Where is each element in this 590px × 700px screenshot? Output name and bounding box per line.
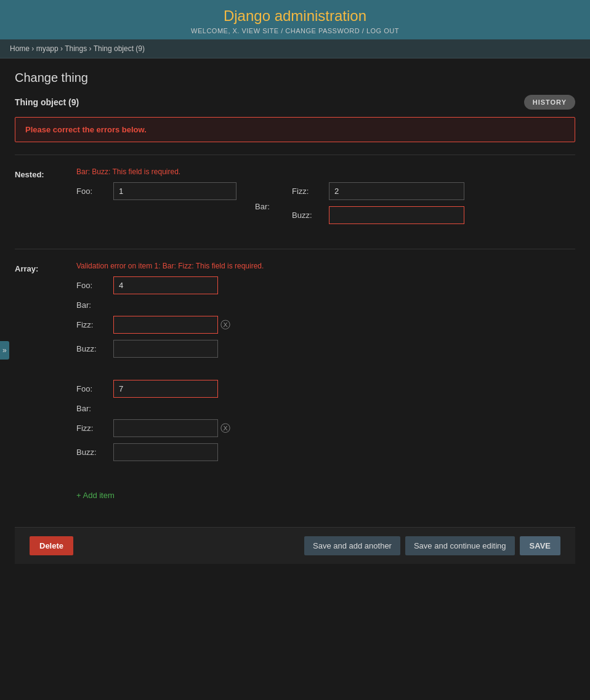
nested-foo-field: Foo: (76, 182, 236, 206)
object-title: Thing object (9) (15, 97, 79, 107)
delete-button[interactable]: Delete (30, 536, 73, 555)
breadcrumb: Home › myapp › Things › Thing object (9) (0, 39, 590, 58)
sidebar-toggle[interactable]: » (0, 341, 9, 360)
array-section-row: Array: Validation error on item 1: Bar: … (15, 262, 575, 502)
footer: Delete Save and add another Save and con… (15, 527, 575, 564)
array-item-1-foo-row: Foo: (76, 380, 575, 398)
header: Django administration WELCOME, X. VIEW S… (0, 0, 590, 39)
save-button[interactable]: SAVE (520, 536, 560, 555)
breadcrumb-model[interactable]: Things (65, 44, 87, 53)
nested-section-row: Nested: Bar: Buzz: This field is require… (15, 167, 575, 236)
page-title: Change thing (15, 71, 575, 85)
array-content: Validation error on item 1: Bar: Fizz: T… (76, 262, 575, 502)
array-item-0-fizz-label: Fizz: (76, 320, 113, 329)
save-add-another-button[interactable]: Save and add another (304, 536, 400, 555)
nested-fizz-input[interactable] (329, 182, 464, 200)
array-item-0-buzz-input[interactable] (113, 340, 218, 358)
array-item-0-buzz-label: Buzz: (76, 344, 113, 353)
array-label: Array: (15, 262, 76, 273)
save-buttons: Save and add another Save and continue e… (304, 536, 560, 555)
logout-link[interactable]: LOG OUT (366, 27, 399, 34)
nested-foo-label: Foo: (76, 187, 113, 196)
array-item-1-buzz-input[interactable] (113, 443, 218, 461)
array-item-1-bar-label: Bar: (76, 404, 113, 413)
array-item-0-foo-row: Foo: (76, 276, 575, 294)
breadcrumb-home[interactable]: Home (10, 44, 30, 53)
view-site-link[interactable]: VIEW SITE (241, 27, 278, 34)
array-item-1-fizz-input[interactable] (113, 419, 218, 437)
array-item-1: Foo: Bar: Fizz: ⓧ Buzz: (76, 380, 575, 473)
site-title: Django administration (0, 7, 590, 25)
array-item-0-foo-label: Foo: (76, 281, 113, 290)
nested-content: Bar: Buzz: This field is required. Foo: … (76, 167, 575, 236)
array-item-1-foo-input[interactable] (113, 380, 218, 398)
array-item-0-bar-row: Bar: (76, 300, 575, 310)
array-item-1-buzz-row: Buzz: (76, 443, 575, 461)
error-box: Please correct the errors below. (15, 117, 575, 142)
array-item-0: Foo: Bar: Fizz: ⓧ Buzz: (76, 276, 575, 370)
array-item-1-fizz-label: Fizz: (76, 424, 113, 433)
array-item-0-bar-label: Bar: (76, 300, 113, 310)
nested-label: Nested: (15, 167, 76, 179)
nested-foo-row: Foo: (76, 182, 236, 200)
change-password-link[interactable]: CHANGE PASSWORD (285, 27, 360, 34)
array-item-0-fizz-input[interactable] (113, 316, 218, 334)
nested-fizz-row: Fizz: (292, 182, 464, 200)
nested-fizz-label: Fizz: (292, 187, 329, 196)
nested-bar-subfields: Fizz: Buzz: (292, 182, 464, 230)
nested-section: Nested: Bar: Buzz: This field is require… (15, 155, 575, 249)
nested-buzz-input[interactable] (329, 206, 464, 224)
nested-buzz-row: Buzz: (292, 206, 464, 224)
nested-bar-section: Bar: Fizz: Buzz: (255, 182, 464, 236)
array-item-0-buzz-row: Buzz: (76, 340, 575, 358)
main-content: Change thing Thing object (9) HISTORY Pl… (0, 58, 590, 576)
object-header: Thing object (9) HISTORY (15, 95, 575, 110)
sidebar-toggle-icon: » (2, 346, 7, 355)
array-item-1-foo-label: Foo: (76, 384, 113, 393)
nested-validation-error: Bar: Buzz: This field is required. (76, 167, 575, 176)
nested-buzz-label: Buzz: (292, 211, 329, 220)
breadcrumb-app[interactable]: myapp (36, 44, 59, 53)
array-item-1-buzz-label: Buzz: (76, 448, 113, 457)
history-button[interactable]: HISTORY (524, 95, 575, 110)
array-item-0-foo-input[interactable] (113, 276, 218, 294)
array-item-0-fizz-row: Fizz: ⓧ (76, 316, 575, 334)
nested-bar-label: Bar: (255, 202, 292, 211)
array-validation-error: Validation error on item 1: Bar: Fizz: T… (76, 262, 575, 270)
nested-foo-input[interactable] (113, 182, 236, 200)
array-item-1-fizz-row: Fizz: ⓧ (76, 419, 575, 437)
user-links: WELCOME, X. VIEW SITE / CHANGE PASSWORD … (0, 27, 590, 34)
error-message: Please correct the errors below. (25, 125, 565, 134)
add-item-button[interactable]: + Add item (76, 488, 115, 502)
breadcrumb-object: Thing object (9) (94, 44, 145, 53)
array-item-0-remove-button[interactable]: ⓧ (218, 320, 233, 330)
array-section: Array: Validation error on item 1: Bar: … (15, 249, 575, 515)
welcome-text: WELCOME, X. (191, 27, 240, 34)
nested-bar-row: Bar: Fizz: Buzz: (255, 182, 464, 230)
save-continue-editing-button[interactable]: Save and continue editing (405, 536, 515, 555)
array-item-1-remove-button[interactable]: ⓧ (218, 424, 233, 433)
array-item-1-bar-row: Bar: (76, 404, 575, 413)
